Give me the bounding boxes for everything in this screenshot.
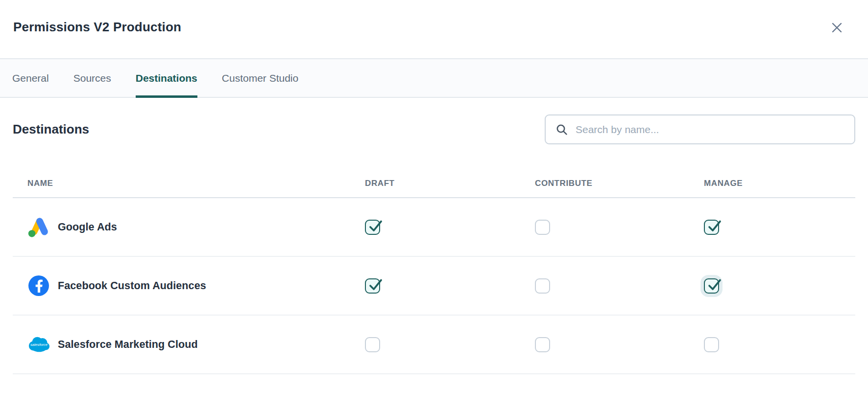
manage-checkbox[interactable] <box>704 220 719 235</box>
tab-label: General <box>12 72 49 84</box>
destination-name-cell: Facebook Custom Audiences <box>27 275 365 296</box>
tab-general[interactable]: General <box>12 59 49 97</box>
manage-checkbox[interactable] <box>704 337 719 352</box>
manage-checkbox[interactable] <box>704 278 719 294</box>
destination-name-cell: Google Ads <box>27 216 365 238</box>
table-body: Google Ads Facebook Custom Audiences <box>13 198 855 374</box>
contribute-checkbox[interactable] <box>535 337 550 352</box>
contribute-checkbox[interactable] <box>535 278 550 294</box>
modal-title: Permissions V2 Production <box>13 20 181 35</box>
search-icon <box>555 123 568 136</box>
search-box <box>545 114 855 144</box>
table-row: Facebook Custom Audiences <box>13 257 855 316</box>
section-heading: Destinations <box>13 122 89 137</box>
draft-checkbox[interactable] <box>365 278 380 294</box>
search-input[interactable] <box>576 124 846 136</box>
table-row: salesforce Salesforce Marketing Cloud <box>13 316 855 374</box>
destination-name: Salesforce Marketing Cloud <box>58 339 198 351</box>
draft-checkbox[interactable] <box>365 337 380 352</box>
toolbar: Destinations <box>13 114 855 144</box>
tab-label: Customer Studio <box>222 72 298 84</box>
google-ads-icon <box>27 216 50 238</box>
contribute-checkbox[interactable] <box>535 220 550 235</box>
close-icon <box>830 21 844 34</box>
column-header-contribute: CONTRIBUTE <box>535 179 704 188</box>
tab-customer-studio[interactable]: Customer Studio <box>222 59 298 97</box>
table-header-row: NAME DRAFT CONTRIBUTE MANAGE <box>13 165 855 198</box>
column-header-manage: MANAGE <box>704 179 855 188</box>
tab-sources[interactable]: Sources <box>73 59 111 97</box>
tab-bar: GeneralSourcesDestinationsCustomer Studi… <box>0 59 868 98</box>
salesforce-icon: salesforce <box>27 334 50 355</box>
permissions-table: NAME DRAFT CONTRIBUTE MANAGE Google Ads … <box>13 165 855 374</box>
svg-text:salesforce: salesforce <box>30 342 48 347</box>
tab-label: Destinations <box>136 72 197 84</box>
facebook-icon <box>27 275 50 296</box>
content: Destinations NAME DRAFT CONTRIBUTE MANAG… <box>0 114 868 374</box>
tab-destinations[interactable]: Destinations <box>136 59 197 97</box>
table-row: Google Ads <box>13 198 855 257</box>
column-header-name: NAME <box>27 179 365 188</box>
draft-checkbox[interactable] <box>365 220 380 235</box>
modal-header: Permissions V2 Production <box>0 0 868 59</box>
tab-label: Sources <box>73 72 111 84</box>
destination-name: Facebook Custom Audiences <box>58 280 206 292</box>
column-header-draft: DRAFT <box>365 179 535 188</box>
destination-name-cell: salesforce Salesforce Marketing Cloud <box>27 334 365 355</box>
close-button[interactable] <box>829 20 844 35</box>
destination-name: Google Ads <box>58 221 117 233</box>
